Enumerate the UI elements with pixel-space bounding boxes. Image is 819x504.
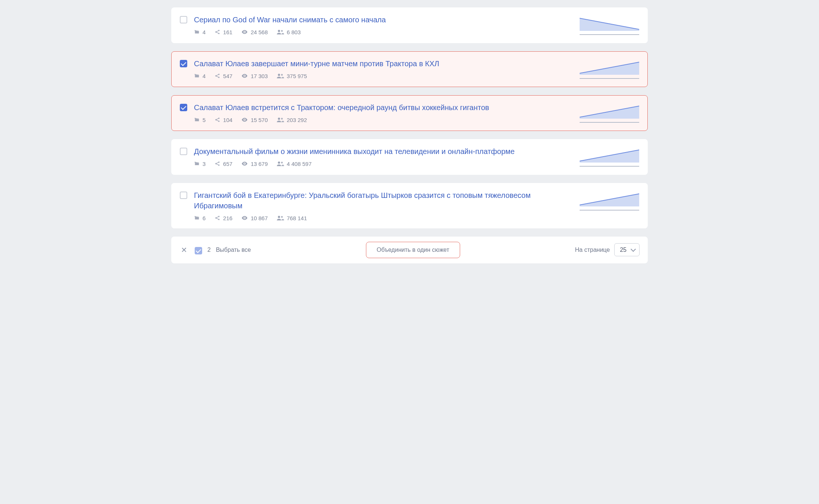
svg-point-24 — [244, 163, 245, 164]
svg-point-25 — [278, 161, 280, 164]
story-title[interactable]: Салават Юлаев встретится с Трактором: оч… — [194, 102, 573, 113]
stat-folders: 5 — [194, 117, 205, 123]
svg-point-18 — [278, 118, 280, 120]
story-stats: 454717 303375 975 — [194, 73, 573, 79]
story-card: Сериал по God of War начали снимать с са… — [171, 7, 648, 43]
story-stats: 365713 6794 408 597 — [194, 160, 573, 167]
stat-audience: 4 408 597 — [277, 161, 312, 167]
stat-shares: 216 — [214, 215, 232, 221]
stat-folders: 4 — [194, 73, 205, 79]
trend-sparkline — [580, 15, 639, 36]
story-stats: 416124 5686 803 — [194, 29, 573, 35]
stat-audience: 768 141 — [277, 215, 307, 221]
svg-point-10 — [244, 76, 245, 77]
story-stats: 510415 570203 292 — [194, 116, 573, 123]
trend-sparkline — [580, 147, 639, 168]
stat-shares: 547 — [214, 73, 232, 79]
trend-sparkline — [580, 103, 639, 124]
select-checkbox[interactable] — [180, 104, 187, 111]
select-all-link[interactable]: Выбрать все — [216, 247, 251, 253]
story-card: Салават Юлаев завершает мини-турне матче… — [171, 51, 648, 87]
stat-views: 13 679 — [241, 160, 268, 167]
stat-shares: 104 — [214, 117, 232, 123]
story-title[interactable]: Гигантский бой в Екатеринбурге: Уральски… — [194, 190, 573, 211]
story-card: Салават Юлаев встретится с Трактором: оч… — [171, 95, 648, 131]
stat-audience: 375 975 — [277, 73, 307, 79]
stat-folders: 3 — [194, 161, 205, 167]
selection-footer: ✕2Выбрать всеОбъединить в один сюжетНа с… — [171, 237, 648, 263]
select-all-checkbox[interactable] — [195, 247, 202, 254]
stat-shares: 657 — [214, 161, 232, 167]
stat-audience: 6 803 — [277, 29, 301, 35]
trend-sparkline — [580, 59, 639, 80]
story-title[interactable]: Сериал по God of War начали снимать с са… — [194, 15, 573, 25]
select-checkbox[interactable] — [180, 192, 187, 199]
svg-point-32 — [278, 216, 280, 218]
svg-point-3 — [244, 32, 245, 33]
svg-point-19 — [281, 118, 283, 120]
trend-sparkline — [580, 191, 639, 212]
per-page-label: На странице — [575, 247, 610, 253]
svg-point-33 — [281, 216, 283, 218]
stat-views: 17 303 — [241, 73, 268, 79]
stat-views: 10 867 — [241, 215, 268, 221]
svg-point-17 — [244, 119, 245, 121]
story-stats: 621610 867768 141 — [194, 215, 573, 221]
per-page-select[interactable]: 25 — [614, 243, 640, 256]
stat-views: 15 570 — [241, 116, 268, 123]
story-card: Документальный фильм о жизни именинника … — [171, 139, 648, 175]
story-title[interactable]: Салават Юлаев завершает мини-турне матче… — [194, 58, 573, 69]
select-checkbox[interactable] — [180, 16, 187, 23]
svg-point-11 — [278, 74, 280, 76]
merge-button[interactable]: Объединить в один сюжет — [366, 242, 460, 258]
stat-folders: 6 — [194, 215, 205, 221]
selected-count: 2 — [207, 247, 211, 253]
select-checkbox[interactable] — [180, 60, 187, 67]
svg-point-5 — [281, 30, 283, 32]
stat-views: 24 568 — [241, 29, 268, 35]
svg-point-4 — [278, 30, 280, 32]
stat-audience: 203 292 — [277, 117, 307, 123]
story-card: Гигантский бой в Екатеринбурге: Уральски… — [171, 183, 648, 228]
svg-point-31 — [244, 218, 245, 219]
select-checkbox[interactable] — [180, 148, 187, 155]
svg-point-12 — [281, 74, 283, 76]
story-title[interactable]: Документальный фильм о жизни именинника … — [194, 146, 573, 157]
close-icon[interactable]: ✕ — [179, 245, 189, 255]
svg-point-26 — [281, 162, 283, 164]
stat-shares: 161 — [214, 29, 232, 35]
stat-folders: 4 — [194, 29, 205, 35]
